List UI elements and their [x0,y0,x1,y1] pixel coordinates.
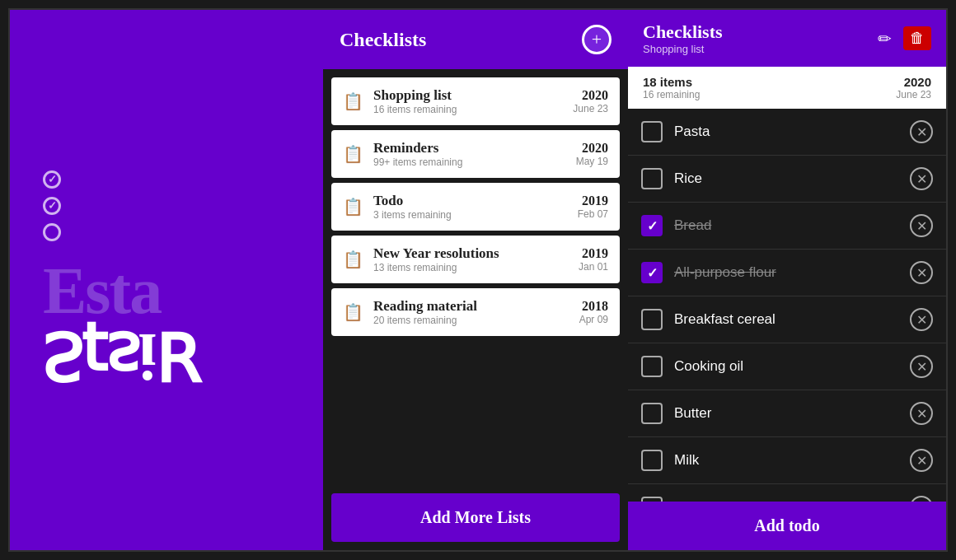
checklist-item-info: New Year resolutions 13 items remaining [373,245,569,273]
checklist-item-sub: 99+ items remaining [373,156,566,168]
todo-label: Breakfast cereal [674,311,898,328]
checklist-item-year: 2019 [578,194,608,208]
checklist-item-datestr: June 23 [573,103,608,114]
todo-checkbox[interactable] [641,309,663,330]
delete-button[interactable]: 🗑 [903,26,931,50]
logo-text-container: Esta ꓤiꙅʇƧ [43,258,201,390]
middle-panel: Checklists + 📋 Shopping list 16 items re… [323,10,628,550]
checklist-list-item[interactable]: 📋 Todo 3 items remaining 2019 Feb 07 [331,183,620,231]
todo-remove-button[interactable]: ✕ [910,402,933,425]
checklist-items: 📋 Shopping list 16 items remaining 2020 … [323,69,628,485]
check-icon-2 [43,197,61,215]
checklist-item-info: Reading material 20 items remaining [373,298,569,326]
logo-text-front: ꓤiꙅʇƧ [43,324,201,390]
todo-remove-button[interactable]: ✕ [910,308,933,331]
right-header: Checklists Shopping list ✏ 🗑 [628,10,946,67]
todo-label: Butter [674,405,898,422]
todo-remove-button[interactable]: ✕ [910,496,933,502]
todo-checkbox[interactable] [641,215,663,236]
add-list-button[interactable]: + [582,25,612,54]
checklist-item-name: Reminders [373,140,566,156]
checklist-item-sub: 16 items remaining [373,104,563,115]
add-todo-button[interactable]: Add todo [628,502,946,550]
checklist-item-sub: 13 items remaining [373,262,569,273]
checklist-item-sub: 20 items remaining [373,315,569,326]
checklist-item-sub: 3 items remaining [373,209,568,221]
checklist-item-year: 2018 [579,299,608,314]
checklist-item-datestr: Jan 01 [579,261,608,273]
todo-remove-button[interactable]: ✕ [910,261,933,284]
todo-remove-button[interactable]: ✕ [910,449,933,472]
checklist-item-year: 2020 [576,141,608,156]
todo-label: Pasta [674,124,898,140]
clipboard-icon: 📋 [343,250,363,269]
clipboard-icon: 📋 [343,91,363,111]
check-icon-3 [43,223,61,241]
todo-item: Bread ✕ [628,203,946,250]
todo-item: Cooking oil ✕ [628,343,946,390]
todo-checkbox[interactable] [641,356,663,377]
left-panel: Esta ꓤiꙅʇƧ [10,10,323,550]
todo-remove-button[interactable]: ✕ [910,214,933,237]
edit-button[interactable]: ✏ [873,26,897,50]
checklist-item-datestr: Apr 09 [579,314,608,325]
checklist-item-date: 2020 June 23 [573,88,608,114]
checklist-item-year: 2019 [579,246,608,261]
checklist-item-year: 2020 [573,88,608,103]
middle-header-title: Checklists [340,29,426,51]
todo-remove-button[interactable]: ✕ [910,355,933,378]
summary-right: 2020 June 23 [896,75,931,100]
middle-header: Checklists + [323,10,628,69]
right-header-subtitle: Shopping list [643,43,723,55]
right-summary: 18 items 16 remaining 2020 June 23 [628,67,946,109]
checklist-item-info: Todo 3 items remaining [373,193,568,221]
checklist-list-item[interactable]: 📋 Shopping list 16 items remaining 2020 … [331,77,620,125]
todo-remove-button[interactable]: ✕ [910,167,933,190]
checklist-item-name: New Year resolutions [373,245,569,262]
todo-label: Bread [674,217,898,234]
summary-year: 2020 [896,75,931,89]
checklist-item-name: Reading material [373,298,569,315]
todo-item: Rice ✕ [628,156,946,203]
todo-remove-button[interactable]: ✕ [910,120,933,143]
todo-checkbox[interactable] [641,168,663,189]
checklist-item-datestr: May 19 [576,156,608,167]
clipboard-icon: 📋 [343,197,363,217]
todo-list: Pasta ✕ Rice ✕ Bread ✕ All-purpose flour… [628,109,946,502]
checklist-item-date: 2018 Apr 09 [579,299,608,325]
checklist-item-info: Reminders 99+ items remaining [373,140,566,168]
clipboard-icon: 📋 [343,302,363,322]
summary-remaining: 16 remaining [643,89,700,100]
checklist-list-item[interactable]: 📋 Reading material 20 items remaining 20… [331,288,620,336]
right-header-text: Checklists Shopping list [643,21,723,55]
right-header-actions: ✏ 🗑 [873,26,931,50]
todo-label: Rice [674,170,898,187]
todo-checkbox[interactable] [641,262,663,283]
todo-item: Butter ✕ [628,390,946,437]
right-header-title: Checklists [643,21,723,43]
summary-date: June 23 [896,89,931,100]
todo-label: All-purpose flour [674,264,898,281]
todo-item: Breakfast cereal ✕ [628,296,946,343]
checklist-item-info: Shopping list 16 items remaining [373,87,563,115]
logo-icons [43,170,61,241]
todo-label: Cooking oil [674,358,898,375]
add-more-lists-button[interactable]: Add More Lists [331,493,620,542]
todo-item: All-purpose flour ✕ [628,250,946,296]
checklist-item-date: 2020 May 19 [576,141,608,167]
right-panel: Checklists Shopping list ✏ 🗑 18 items 16… [628,10,946,550]
todo-item: Milk ✕ [628,437,946,484]
todo-checkbox[interactable] [641,403,663,424]
todo-checkbox[interactable] [641,121,663,142]
checklist-item-name: Shopping list [373,87,563,104]
summary-items: 18 items [643,75,700,89]
summary-left: 18 items 16 remaining [643,75,700,100]
clipboard-icon: 📋 [343,144,363,164]
checklist-list-item[interactable]: 📋 Reminders 99+ items remaining 2020 May… [331,130,620,178]
checklist-item-name: Todo [373,193,568,209]
todo-checkbox[interactable] [641,450,663,471]
todo-item: Eggs ✕ [628,484,946,502]
app-container: Esta ꓤiꙅʇƧ Checklists + 📋 Shopping list … [8,8,948,552]
checklist-list-item[interactable]: 📋 New Year resolutions 13 items remainin… [331,236,620,283]
checklist-item-date: 2019 Feb 07 [578,194,608,220]
